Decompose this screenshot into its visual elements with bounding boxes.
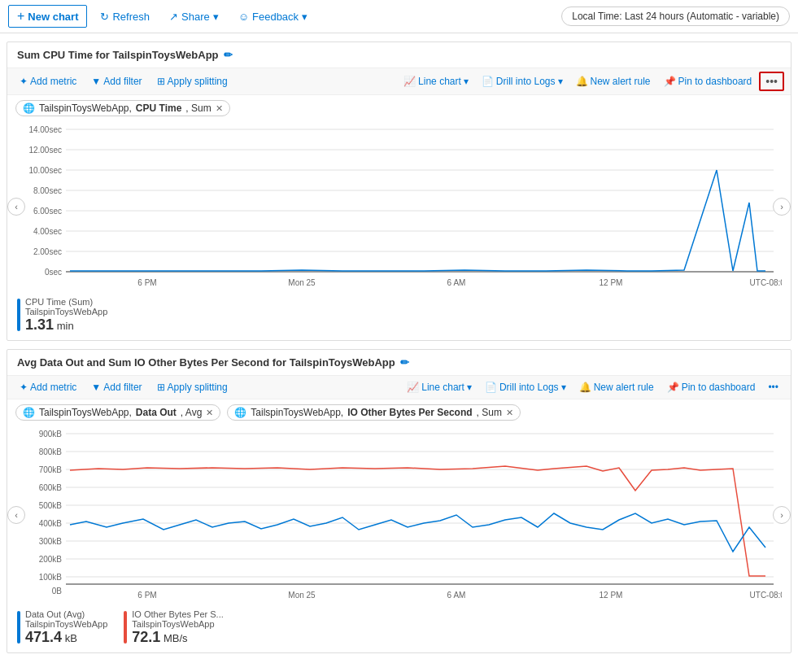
chart-2-nav-left[interactable]: ‹ <box>7 506 25 524</box>
more-options-button-1[interactable]: ••• <box>759 72 784 91</box>
chart-2-nav-right[interactable]: › <box>773 506 791 524</box>
svg-text:4.00sec: 4.00sec <box>33 227 61 236</box>
edit-icon-2[interactable]: ✏ <box>400 356 409 369</box>
legend-resource-2a: TailspinToysWebApp <box>25 619 107 629</box>
legend-label-2b: IO Other Bytes Per S... <box>132 609 223 619</box>
add-filter-button-1[interactable]: ▼ Add filter <box>85 73 147 89</box>
legend-value-num-2b: 72.1 <box>132 629 160 645</box>
svg-text:UTC-08:00: UTC-08:00 <box>749 591 781 600</box>
remove-metric-tag-button-1[interactable]: ✕ <box>216 103 223 114</box>
svg-text:12 PM: 12 PM <box>599 278 622 287</box>
metric-tag-name-2a: Data Out <box>136 407 177 418</box>
legend-label-1: CPU Time (Sum) <box>25 297 107 307</box>
edit-icon[interactable]: ✏ <box>224 49 233 61</box>
remove-metric-tag-button-2a[interactable]: ✕ <box>206 408 213 418</box>
add-filter-label-2: Add filter <box>103 382 142 393</box>
svg-text:200kB: 200kB <box>38 555 62 564</box>
chart-2-toolbar: ✦ Add metric ▼ Add filter ⊞ Apply splitt… <box>7 375 791 399</box>
chart-2-legend: Data Out (Avg) TailspinToysWebApp 471.4 … <box>7 604 791 652</box>
filter-icon-2: ▼ <box>91 382 101 393</box>
globe-icon: 🌐 <box>23 103 35 114</box>
metric-tag-name-1: CPU Time <box>136 103 181 114</box>
drill-logs-button-1[interactable]: 📄 Drill into Logs ▾ <box>476 73 569 89</box>
metric-tag-agg-2b: , Sum <box>477 407 502 418</box>
chart-1-title: Sum CPU Time for TailspinToysWebApp <box>17 49 219 61</box>
add-metric-label-2: Add metric <box>30 382 76 393</box>
add-filter-label-1: Add filter <box>103 76 142 87</box>
metric-tag-agg-2a: , Avg <box>181 407 202 418</box>
metric-tag-2a: 🌐 TailspinToysWebApp, Data Out , Avg ✕ <box>15 404 220 421</box>
refresh-icon: ↻ <box>100 11 109 23</box>
pin-dashboard-button-1[interactable]: 📌 Pin to dashboard <box>658 73 758 89</box>
alert-icon: 🔔 <box>576 76 588 87</box>
apply-splitting-label-2: Apply splitting <box>168 382 228 393</box>
new-chart-button[interactable]: + New chart <box>8 5 87 28</box>
drill-icon-2: 📄 <box>485 382 497 393</box>
line-chart-label-2: Line chart <box>421 382 464 393</box>
new-alert-label-2: New alert rule <box>594 382 654 393</box>
svg-text:100kB: 100kB <box>38 573 62 582</box>
svg-text:Mon 25: Mon 25 <box>288 278 316 287</box>
pin-icon: 📌 <box>664 76 676 87</box>
chart-1-nav-left[interactable]: ‹ <box>7 198 25 216</box>
chart-2: Avg Data Out and Sum IO Other Bytes Per … <box>7 349 791 653</box>
pin-icon-2: 📌 <box>667 382 679 393</box>
chart-1-toolbar-right: 📈 Line chart ▾ 📄 Drill into Logs ▾ 🔔 New… <box>398 72 784 91</box>
svg-text:6.00sec: 6.00sec <box>33 207 61 216</box>
line-chart-button-2[interactable]: 📈 Line chart ▾ <box>401 379 477 395</box>
time-range-button[interactable]: Local Time: Last 24 hours (Automatic - v… <box>561 7 790 26</box>
share-icon: ↗ <box>169 11 178 23</box>
chart-1-nav-right[interactable]: › <box>773 198 791 216</box>
remove-metric-tag-button-2b[interactable]: ✕ <box>506 408 513 418</box>
svg-text:800kB: 800kB <box>38 447 62 456</box>
more-options-button-2[interactable]: ••• <box>762 379 784 395</box>
globe-icon-2a: 🌐 <box>23 407 35 418</box>
legend-item-2b: IO Other Bytes Per S... TailspinToysWebA… <box>124 609 223 646</box>
svg-text:UTC-08:00: UTC-08:00 <box>749 278 781 287</box>
pin-label-1: Pin to dashboard <box>678 76 752 87</box>
new-alert-button-1[interactable]: 🔔 New alert rule <box>570 73 656 89</box>
feedback-button[interactable]: ☺ Feedback ▾ <box>232 7 314 26</box>
legend-resource-2b: TailspinToysWebApp <box>132 619 223 629</box>
apply-splitting-button-2[interactable]: ⊞ Apply splitting <box>151 379 233 395</box>
pin-dashboard-button-2[interactable]: 📌 Pin to dashboard <box>661 379 761 395</box>
chart-1: Sum CPU Time for TailspinToysWebApp ✏ ✦ … <box>7 41 791 341</box>
drill-logs-button-2[interactable]: 📄 Drill into Logs ▾ <box>479 379 572 395</box>
metric-tag-2b: 🌐 TailspinToysWebApp, IO Other Bytes Per… <box>227 404 521 421</box>
add-filter-button-2[interactable]: ▼ Add filter <box>85 379 147 395</box>
svg-text:14.00sec: 14.00sec <box>28 125 62 134</box>
svg-text:8.00sec: 8.00sec <box>33 186 61 195</box>
add-metric-button-1[interactable]: ✦ Add metric <box>14 73 82 89</box>
svg-text:700kB: 700kB <box>38 465 62 474</box>
line-chart-label-1: Line chart <box>418 76 461 87</box>
svg-text:6 PM: 6 PM <box>137 278 156 287</box>
split-icon-2: ⊞ <box>157 382 165 393</box>
legend-item-1: CPU Time (Sum) TailspinToysWebApp 1.31 m… <box>17 297 107 334</box>
line-chart-button-1[interactable]: 📈 Line chart ▾ <box>398 73 474 89</box>
chart-1-legend: CPU Time (Sum) TailspinToysWebApp 1.31 m… <box>7 292 791 340</box>
add-metric-button-2[interactable]: ✦ Add metric <box>14 379 82 395</box>
chart-1-metric-tags: 🌐 TailspinToysWebApp, CPU Time , Sum ✕ <box>7 95 791 121</box>
svg-text:12.00sec: 12.00sec <box>28 146 62 155</box>
legend-value-1: 1.31 min <box>25 316 107 334</box>
chart-2-svg: 900kB 800kB 700kB 600kB 500kB 400kB 300k… <box>17 425 782 604</box>
plus-icon: + <box>17 9 24 24</box>
share-button[interactable]: ↗ Share ▾ <box>163 7 225 26</box>
chart-2-title: Avg Data Out and Sum IO Other Bytes Per … <box>17 356 395 369</box>
chart-1-nav-container: ‹ › 14.00sec 12.00sec 10.00sec 8.00sec 6… <box>7 121 791 292</box>
legend-text-2b: IO Other Bytes Per S... TailspinToysWebA… <box>132 609 223 646</box>
apply-splitting-button-1[interactable]: ⊞ Apply splitting <box>151 73 233 89</box>
svg-text:6 AM: 6 AM <box>447 591 465 600</box>
svg-text:12 PM: 12 PM <box>599 591 622 600</box>
new-alert-button-2[interactable]: 🔔 New alert rule <box>573 379 660 395</box>
svg-text:2.00sec: 2.00sec <box>33 247 61 256</box>
legend-value-2a: 471.4 kB <box>25 629 107 646</box>
metric-tag-name-2b: IO Other Bytes Per Second <box>347 407 472 418</box>
refresh-button[interactable]: ↻ Refresh <box>94 7 156 26</box>
drill-icon: 📄 <box>482 76 494 87</box>
legend-color-2b <box>124 611 127 644</box>
chart-1-svg: 14.00sec 12.00sec 10.00sec 8.00sec 6.00s… <box>17 121 782 292</box>
legend-label-2a: Data Out (Avg) <box>25 609 107 619</box>
add-metric-icon: ✦ <box>20 76 28 87</box>
chart-1-title-bar: Sum CPU Time for TailspinToysWebApp ✏ <box>7 42 791 68</box>
